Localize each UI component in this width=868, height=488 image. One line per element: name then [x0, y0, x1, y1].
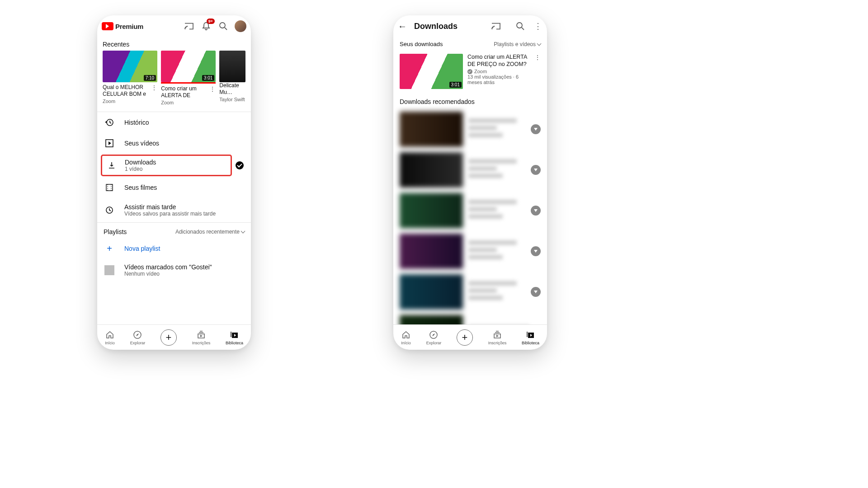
recommended-item[interactable] [393, 109, 547, 150]
filter-dropdown[interactable]: Playlists e vídeos [494, 41, 541, 47]
playlist-thumb [104, 265, 114, 275]
svg-point-13 [517, 23, 522, 28]
nav-home[interactable]: Início [105, 330, 115, 345]
menu-watch-later[interactable]: Assistir mais tarde Vídeos salvos para a… [97, 198, 251, 222]
menu-label: Histórico [124, 119, 244, 126]
video-menu-icon[interactable]: ⋮ [534, 54, 541, 89]
history-icon [104, 117, 114, 127]
video-thumbnail [219, 51, 245, 82]
library-icon [526, 330, 536, 340]
phone-library: Premium 9+ Recentes 7:10 Qual o MELHOR C… [97, 15, 251, 350]
youtube-icon [102, 22, 113, 30]
recommended-item[interactable] [393, 312, 547, 324]
cast-icon[interactable] [490, 20, 502, 32]
play-box-icon [104, 138, 114, 148]
clock-icon [104, 205, 114, 215]
download-icon[interactable] [531, 206, 541, 216]
check-icon [236, 161, 244, 169]
phone-downloads: ← Downloads ⋮ Seus downloads Playlists e… [393, 15, 547, 350]
subscriptions-icon [492, 330, 502, 340]
download-icon[interactable] [531, 287, 541, 297]
library-icon [230, 330, 240, 340]
playlists-sort[interactable]: Adicionados recentemente [175, 229, 245, 235]
nav-subscriptions[interactable]: Inscrições [488, 330, 507, 345]
nav-explore[interactable]: Explorar [130, 330, 146, 345]
nav-subscriptions[interactable]: Inscrições [192, 330, 211, 345]
recent-video[interactable]: 7:10 Qual o MELHOR CELULAR BOM e B… ⋮ Zo… [103, 51, 157, 105]
downloads-content: Seus downloads Playlists e vídeos 3:01 C… [393, 37, 547, 324]
back-icon[interactable]: ← [398, 21, 407, 32]
duration-badge: 3:01 [449, 82, 462, 88]
svg-rect-4 [106, 184, 113, 191]
playlist-title: Vídeos marcados com "Gostei" [124, 263, 244, 271]
video-thumbnail: 3:01 [400, 54, 463, 89]
video-thumbnail [400, 112, 463, 147]
recommended-heading: Downloads recomendados [393, 94, 547, 109]
nav-label: Explorar [130, 341, 146, 345]
recent-video[interactable]: Delicate Mu… Dance Rehe… Taylor Swift [219, 51, 245, 105]
nav-library[interactable]: Biblioteca [522, 330, 539, 345]
menu-label: Assistir mais tarde [124, 203, 244, 211]
video-channel: Zoom [161, 100, 216, 105]
avatar[interactable] [235, 20, 246, 32]
video-title: Qual o MELHOR CELULAR BOM e B… [103, 84, 151, 98]
duration-badge: 3:01 [202, 75, 214, 81]
notification-badge: 9+ [207, 19, 215, 24]
app-header: Premium 9+ [97, 15, 251, 37]
nav-create[interactable]: + [457, 329, 473, 346]
filter-label: Playlists e vídeos [494, 41, 536, 47]
video-menu-icon[interactable]: ⋮ [209, 85, 216, 93]
cast-icon[interactable] [183, 20, 195, 32]
menu-history[interactable]: Histórico [97, 112, 251, 133]
youtube-premium-logo[interactable]: Premium [102, 22, 143, 30]
recommended-item[interactable] [393, 272, 547, 312]
search-icon[interactable] [217, 20, 229, 32]
svg-point-0 [220, 23, 225, 28]
video-title: Como criar um ALERTA DE PREÇO … [161, 85, 209, 99]
nav-label: Início [401, 341, 411, 345]
download-icon[interactable] [531, 165, 541, 175]
chevron-down-icon [538, 41, 541, 47]
nav-label: Início [105, 341, 115, 345]
playlist-sub: Nenhum vídeo [124, 271, 244, 277]
nav-explore[interactable]: Explorar [426, 330, 442, 345]
recommended-item[interactable] [393, 150, 547, 190]
nav-library[interactable]: Biblioteca [226, 330, 243, 345]
nav-home[interactable]: Início [401, 330, 411, 345]
download-icon[interactable] [531, 124, 541, 134]
menu-your-videos[interactable]: Seus vídeos [97, 133, 251, 154]
nav-label: Biblioteca [226, 341, 243, 345]
notifications-icon[interactable]: 9+ [200, 20, 212, 32]
menu-sublabel: Vídeos salvos para assistir mais tarde [124, 211, 244, 217]
playlists-header: Playlists Adicionados recentemente [97, 223, 251, 239]
logo-text: Premium [115, 23, 143, 30]
svg-line-1 [225, 28, 227, 30]
menu-movies[interactable]: Seus filmes [97, 177, 251, 198]
video-thumbnail [400, 315, 463, 324]
plus-icon: + [104, 244, 114, 253]
new-playlist-button[interactable]: + Nova playlist [97, 239, 251, 258]
video-title: Como criar um ALERTA DE PREÇO no ZOOM? [467, 54, 530, 68]
compass-icon [429, 330, 439, 340]
video-menu-icon[interactable]: ⋮ [151, 84, 157, 91]
downloaded-video[interactable]: 3:01 Como criar um ALERTA DE PREÇO no ZO… [393, 51, 547, 94]
video-thumbnail [400, 234, 463, 269]
svg-line-14 [522, 28, 524, 30]
recommended-item[interactable] [393, 231, 547, 272]
film-icon [104, 183, 114, 192]
downloads-subheader: Seus downloads Playlists e vídeos [393, 37, 547, 51]
recent-video[interactable]: 3:01 Como criar um ALERTA DE PREÇO … ⋮ Z… [161, 51, 216, 105]
downloads-header: ← Downloads ⋮ [393, 15, 547, 37]
nav-label: Explorar [426, 341, 442, 345]
recommended-item[interactable] [393, 190, 547, 231]
more-icon[interactable]: ⋮ [533, 21, 542, 31]
download-icon[interactable] [531, 246, 541, 256]
menu-downloads-highlighted[interactable]: Downloads 1 vídeo [101, 155, 232, 176]
menu-sublabel: 1 vídeo [125, 166, 226, 172]
video-channel-row: Zoom [467, 69, 530, 74]
nav-create[interactable]: + [160, 329, 177, 346]
sort-label: Adicionados recentemente [175, 229, 240, 235]
playlist-liked[interactable]: Vídeos marcados com "Gostei" Nenhum víde… [97, 258, 251, 282]
new-playlist-label: Nova playlist [124, 245, 160, 252]
search-icon[interactable] [514, 20, 526, 32]
